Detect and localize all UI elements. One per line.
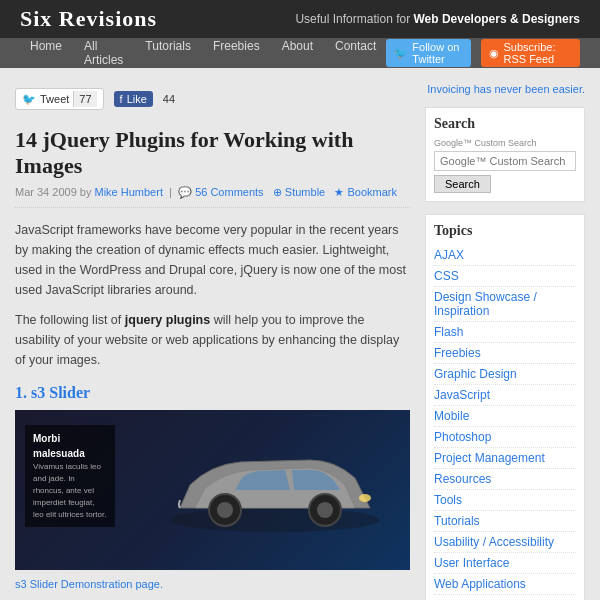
header-tagline: Useful Information for Web Developers & … [295,12,580,26]
sidebar: Invoicing has never been easier. Search … [425,83,585,600]
slider-text-panel: Morbi malesuada Vivamus iaculis leo and … [25,425,115,527]
like-button[interactable]: f Like [114,91,153,107]
nav-contact[interactable]: Contact [325,34,386,72]
site-title: Six Revisions [20,6,157,32]
section-title-1: 1. s3 Slider [15,384,410,402]
topic-ajax[interactable]: AJAX [434,245,576,266]
search-input[interactable] [434,151,576,171]
topic-javascript[interactable]: JavaScript [434,385,576,406]
topic-tools[interactable]: Tools [434,490,576,511]
topic-resources[interactable]: Resources [434,469,576,490]
rss-icon: ◉ [489,47,499,60]
rss-subscribe-link[interactable]: ◉ Subscribe: RSS Feed [481,39,580,67]
svg-point-4 [317,502,333,518]
sidebar-search: Search Google™ Custom Search Search [425,107,585,202]
like-count: 44 [163,93,175,105]
comment-icon: 💬 [178,186,192,198]
sidebar-topics: Topics AJAX CSS Design Showcase / Inspir… [425,214,585,600]
topic-web-applications[interactable]: Web Applications [434,574,576,595]
nav-freebies[interactable]: Freebies [203,34,270,72]
bookmark-icon: ★ [334,186,344,198]
svg-point-5 [359,494,371,502]
svg-point-0 [170,508,380,532]
search-note: Google™ Custom Search [434,138,576,148]
nav-tutorials[interactable]: Tutorials [135,34,201,72]
topic-mobile[interactable]: Mobile [434,406,576,427]
topic-usability[interactable]: Usability / Accessibility [434,532,576,553]
topic-freebies[interactable]: Freebies [434,343,576,364]
facebook-icon: f [120,93,123,105]
twitter-follow-link[interactable]: 🐦 Follow on Twitter [386,39,471,67]
s3-slider-link[interactable]: s3 Slider [31,384,90,401]
car-image [160,440,390,540]
social-bar: 🐦 Tweet 77 f Like 44 [15,83,410,115]
slider-demo-link[interactable]: s3 Slider Demonstration page. [15,578,163,590]
topic-css[interactable]: CSS [434,266,576,287]
stumble-icon: ⊕ [273,186,282,198]
svg-point-2 [217,502,233,518]
twitter-icon: 🐦 [394,47,408,60]
nav-about[interactable]: About [272,34,323,72]
tweet-count: 77 [73,91,96,107]
stumble-link[interactable]: ⊕ Stumble [273,186,328,198]
slider-description: A simple way to add smooth image slidesh… [15,596,410,600]
article-meta: Mar 34 2009 by Mike Humbert | 💬 56 Comme… [15,186,410,208]
nav-social: 🐦 Follow on Twitter ◉ Subscribe: RSS Fee… [386,39,580,67]
twitter-bird-icon: 🐦 [22,93,36,106]
topic-graphic-design[interactable]: Graphic Design [434,364,576,385]
nav-links: Home All Articles Tutorials Freebies Abo… [20,34,386,72]
nav-home[interactable]: Home [20,34,72,72]
topic-flash[interactable]: Flash [434,322,576,343]
topic-web-design[interactable]: Web Design [434,595,576,600]
topic-photoshop[interactable]: Photoshop [434,427,576,448]
article-title: 14 jQuery Plugins for Working with Image… [15,127,410,180]
main-content: 🐦 Tweet 77 f Like 44 14 jQuery Plugins f… [15,83,410,600]
topic-user-interface[interactable]: User Interface [434,553,576,574]
search-title: Search [434,116,576,132]
tweet-button[interactable]: 🐦 Tweet 77 [15,88,104,110]
search-button[interactable]: Search [434,175,491,193]
article-intro: JavaScript frameworks have become very p… [15,220,410,300]
topic-tutorials[interactable]: Tutorials [434,511,576,532]
article-description: The following list of jquery plugins wil… [15,310,410,370]
author-link[interactable]: Mike Humbert [95,186,163,198]
comments-link[interactable]: 💬 56 Comments [178,186,267,198]
nav-bar: Home All Articles Tutorials Freebies Abo… [0,38,600,68]
section-s3-slider: 1. s3 Slider Morbi malesuada Vivamus iac… [15,384,410,600]
slider-demo-caption: s3 Slider Demonstration page. [15,578,410,590]
nav-all-articles[interactable]: All Articles [74,34,133,72]
topic-design[interactable]: Design Showcase / Inspiration [434,287,576,322]
sidebar-ad: Invoicing has never been easier. [425,83,585,95]
bookmark-link[interactable]: ★ Bookmark [334,186,397,198]
slider-demo-image: Morbi malesuada Vivamus iaculis leo and … [15,410,410,570]
topic-project-management[interactable]: Project Management [434,448,576,469]
topics-title: Topics [434,223,576,239]
